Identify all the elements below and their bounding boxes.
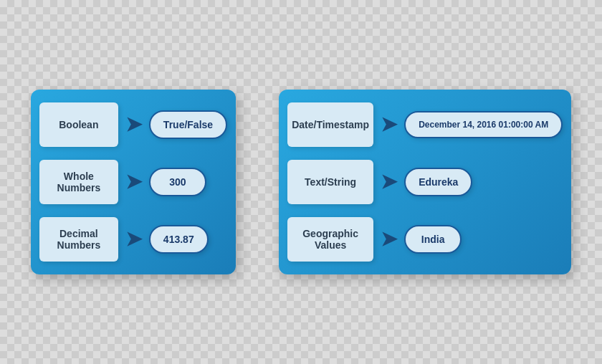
decimal-numbers-label: Decimal Numbers [39,217,118,262]
boolean-label: Boolean [39,102,118,147]
decimal-numbers-row: Decimal Numbers ➤ 413.87 [39,217,227,262]
text-string-arrow: ➤ [381,172,397,192]
boolean-row: Boolean ➤ True/False [39,102,227,147]
whole-numbers-label: Whole Numbers [39,160,118,204]
decimal-numbers-arrow: ➤ [125,229,142,249]
timestamp-value: December 14, 2016 01:00:00 AM [404,111,563,138]
boolean-value: True/False [149,110,227,139]
text-string-row: Text/String ➤ Edureka [287,160,563,204]
right-panel: Date/Timestamp ➤ December 14, 2016 01:00… [279,90,571,274]
timestamp-arrow: ➤ [381,115,397,135]
diagram-container: Boolean ➤ True/False Whole Numbers ➤ 300… [31,90,571,274]
timestamp-label: Date/Timestamp [287,102,373,147]
geographic-row: Geographic Values ➤ India [287,217,563,262]
whole-numbers-value: 300 [149,168,206,196]
whole-numbers-arrow: ➤ [125,172,142,192]
left-panel: Boolean ➤ True/False Whole Numbers ➤ 300… [31,90,236,274]
geographic-label: Geographic Values [287,217,373,262]
timestamp-row: Date/Timestamp ➤ December 14, 2016 01:00… [287,102,563,147]
whole-numbers-row: Whole Numbers ➤ 300 [39,160,227,204]
boolean-arrow: ➤ [125,115,142,135]
text-string-label: Text/String [287,160,373,204]
text-string-value: Edureka [404,168,472,196]
geographic-value: India [404,225,462,254]
geographic-arrow: ➤ [381,229,397,249]
decimal-numbers-value: 413.87 [149,225,209,254]
